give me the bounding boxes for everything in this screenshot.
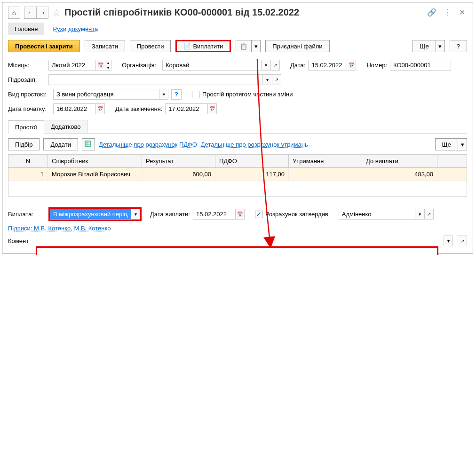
approver-input[interactable] xyxy=(339,209,415,220)
approver-dropdown-icon[interactable]: ▾ xyxy=(415,209,424,220)
date-label: Дата: xyxy=(290,62,305,69)
kebab-icon[interactable]: ⋮ xyxy=(442,6,453,19)
grid-more-dropdown[interactable]: ▾ xyxy=(458,138,467,150)
conduct-close-button[interactable]: Провести і закрити xyxy=(8,40,80,52)
number-input[interactable] xyxy=(390,60,451,71)
part-shift-checkbox[interactable] xyxy=(192,91,199,98)
print-dropdown[interactable]: ▾ xyxy=(251,40,261,52)
month-label: Місяць: xyxy=(8,62,46,69)
approved-checkbox[interactable] xyxy=(255,211,262,218)
home-button[interactable]: ⌂ xyxy=(8,7,20,19)
col-emp-header[interactable]: Співробітник xyxy=(48,155,142,167)
month-down[interactable]: ▼ xyxy=(105,65,111,70)
forward-button[interactable]: → xyxy=(36,7,48,19)
org-input[interactable] xyxy=(162,60,261,71)
start-input[interactable] xyxy=(53,103,95,114)
window-title: Простій співробітників КО00-000001 від 1… xyxy=(64,7,421,18)
more-dropdown[interactable]: ▾ xyxy=(436,40,445,52)
tab-main[interactable]: Головне xyxy=(8,23,44,35)
col-n-header[interactable]: N xyxy=(8,155,48,167)
start-label: Дата початку: xyxy=(8,105,50,112)
number-label: Номер: xyxy=(366,62,387,69)
org-label: Організація: xyxy=(122,62,159,69)
svg-rect-0 xyxy=(85,141,91,147)
ext-open-icon[interactable]: ↗ xyxy=(458,236,467,246)
month-calendar-icon[interactable]: 📅 xyxy=(95,60,105,71)
date-calendar-icon[interactable]: 📅 xyxy=(347,60,356,71)
part-shift-label: Простій протягом частини зміни xyxy=(202,91,293,98)
conduct-button[interactable]: Провести xyxy=(130,40,171,52)
help-button[interactable]: ? xyxy=(450,40,467,52)
employees-grid: N Співробітник Результат ПДФО Утримання … xyxy=(8,154,467,197)
paydate-label: Дата виплати: xyxy=(150,211,190,218)
comment-label: Комент xyxy=(8,237,30,244)
col-pay-header[interactable]: До виплати xyxy=(362,155,437,167)
save-button[interactable]: Записати xyxy=(85,40,125,52)
add-button[interactable]: Додати xyxy=(43,138,78,150)
start-calendar-icon[interactable]: 📅 xyxy=(95,103,105,114)
more-button[interactable]: Ще xyxy=(413,40,435,52)
payment-type-dropdown-icon[interactable]: ▾ xyxy=(131,209,140,220)
month-up[interactable]: ▲ xyxy=(105,60,111,65)
date-input[interactable] xyxy=(308,60,347,71)
dept-input[interactable] xyxy=(48,74,262,85)
col-tax-header[interactable]: ПДФО xyxy=(215,155,289,167)
back-button[interactable]: ← xyxy=(24,7,36,19)
paydate-input[interactable] xyxy=(193,209,235,220)
favorite-icon[interactable]: ☆ xyxy=(52,7,61,18)
col-res-header[interactable]: Результат xyxy=(142,155,215,167)
end-calendar-icon[interactable]: 📅 xyxy=(207,103,217,114)
close-icon[interactable]: ✕ xyxy=(457,6,467,19)
org-dropdown-icon[interactable]: ▾ xyxy=(261,60,270,71)
dept-label: Підрозділ: xyxy=(8,76,46,83)
approver-open-icon[interactable]: ↗ xyxy=(424,209,434,220)
print-button[interactable]: 📋 xyxy=(236,40,251,52)
end-label: Дата закінчення: xyxy=(115,105,162,112)
type-input[interactable] xyxy=(53,89,159,100)
org-open-icon[interactable]: ↗ xyxy=(270,60,280,71)
pay-button[interactable]: 📄Виплатити xyxy=(175,40,231,52)
select-button[interactable]: Підбір xyxy=(8,138,40,150)
link-icon[interactable]: 🔗 xyxy=(425,6,438,19)
approved-label: Розрахунок затвердив xyxy=(265,211,328,218)
window-titlebar: ⌂ ← → ☆ Простій співробітників КО00-0000… xyxy=(2,2,473,23)
type-label: Вид простою: xyxy=(8,91,50,98)
ded-details-link[interactable]: Детальніше про розрахунок утримань xyxy=(201,141,308,148)
end-input[interactable] xyxy=(165,103,207,114)
month-input[interactable] xyxy=(48,60,95,71)
subtab-idle[interactable]: Простої xyxy=(8,120,44,134)
grid-row[interactable]: 1 Морозов Віталій Борисович 600,00 117,0… xyxy=(8,168,467,181)
subtab-extra[interactable]: Додатково xyxy=(44,120,87,133)
dlg-close-icon[interactable]: ✕ xyxy=(421,252,431,255)
col-ded-header[interactable]: Утримання xyxy=(289,155,362,167)
payment-type-input[interactable] xyxy=(50,209,131,220)
ext-dropdown-icon[interactable]: ▾ xyxy=(444,236,453,246)
grid-settings-button[interactable] xyxy=(82,138,95,150)
tax-details-link[interactable]: Детальніше про розрахунок ПДФО xyxy=(99,141,197,148)
payment-label: Виплата: xyxy=(8,211,46,218)
dlg-kebab-icon[interactable]: ⋮ xyxy=(400,252,412,255)
signatures-link[interactable]: Підписи: М.В. Котенко, М.В. Котенко xyxy=(8,225,111,232)
dept-open-icon[interactable]: ↗ xyxy=(272,74,281,85)
attached-files-button[interactable]: Приєднані файли xyxy=(265,40,329,52)
dlg-restore-icon[interactable]: ◻ xyxy=(412,252,421,255)
grid-more-button[interactable]: Ще xyxy=(435,138,458,150)
type-help-icon[interactable]: ? xyxy=(171,89,182,100)
type-dropdown-icon[interactable]: ▾ xyxy=(159,89,168,100)
tab-moves[interactable]: Рухи документа xyxy=(46,23,104,35)
dept-dropdown-icon[interactable]: ▾ xyxy=(262,74,272,85)
paydate-calendar-icon[interactable]: 📅 xyxy=(235,209,245,220)
payment-dialog: Виплата нарахованої зарплати ⋮ ◻ ✕ По до… xyxy=(36,246,438,255)
